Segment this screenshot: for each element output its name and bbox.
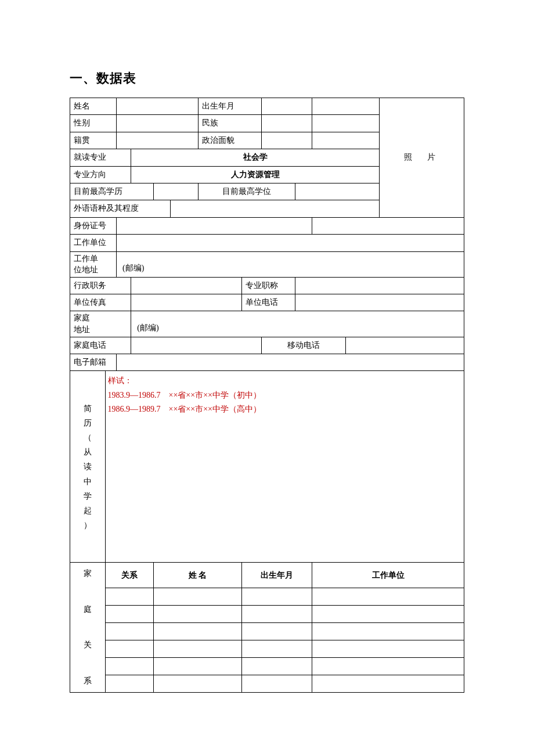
value-highest-edu (154, 183, 199, 200)
family-r6-relation (105, 675, 154, 693)
label-highest-edu: 目前最高学历 (70, 183, 154, 200)
label-work-addr-l1: 工作单 (74, 254, 98, 263)
value-home-addr: (邮编) (131, 311, 464, 337)
family-r4-birth (241, 640, 312, 658)
family-r1-name (154, 588, 242, 606)
resume-line1-desc: ××省××市××中学（初中） (169, 391, 261, 399)
family-r4-relation (105, 640, 154, 658)
label-unit-fax: 单位传真 (70, 294, 131, 311)
label-prof-title: 专业职称 (241, 277, 295, 294)
value-prof-title (295, 277, 464, 294)
value-political (262, 132, 312, 149)
family-r3-name (154, 623, 242, 640)
value-unit-phone (295, 294, 464, 311)
photo-placeholder: 照 片 (379, 98, 464, 218)
value-highest-degree (295, 183, 380, 200)
value-home-phone (131, 337, 262, 354)
label-major: 就读专业 (70, 149, 131, 166)
family-header-workplace: 工作单位 (312, 563, 464, 588)
label-political: 政治面貌 (199, 132, 262, 149)
label-mobile: 移动电话 (262, 337, 346, 354)
label-ethnicity: 民族 (199, 115, 262, 132)
data-form-table: 姓名 出生年月 照 片 性别 民族 籍贯 政治面貌 就读专业 社会学 专业方向 … (70, 98, 464, 693)
family-r5-birth (241, 658, 312, 675)
family-r3-birth (241, 623, 312, 640)
family-r6-birth (241, 675, 312, 693)
label-native-place: 籍贯 (70, 132, 117, 149)
label-gender: 性别 (70, 115, 117, 132)
resume-content: 样试： 1983.9—1986.7 ××省××市××中学（初中） 1986.9—… (105, 371, 464, 563)
value-ethnicity (262, 115, 312, 132)
family-r4-name (154, 640, 242, 658)
label-resume: 简历（从读中学起） (70, 371, 106, 563)
label-work-unit: 工作单位 (70, 235, 117, 251)
postcode-text-2: (邮编) (137, 323, 158, 332)
label-email: 电子邮箱 (70, 354, 117, 371)
family-r5-workplace (312, 658, 464, 675)
value-native-place (117, 132, 199, 149)
blank-3 (312, 132, 380, 149)
value-name (117, 98, 199, 115)
resume-sample-header: 样试： (108, 375, 461, 387)
label-admin-post: 行政职务 (70, 277, 131, 294)
label-home-addr-l2: 地址 (74, 325, 90, 334)
resume-line2-date: 1986.9—1989.7 (108, 405, 161, 413)
page-title: 一、数据表 (70, 70, 464, 87)
family-r6-workplace (312, 675, 464, 693)
label-foreign-lang: 外语语种及其程度 (70, 200, 171, 217)
label-family: 家庭关系 (70, 563, 106, 693)
value-email (117, 354, 464, 371)
family-r3-relation (105, 623, 154, 640)
family-r6-name (154, 675, 242, 693)
label-unit-phone: 单位电话 (241, 294, 295, 311)
family-header-birth: 出生年月 (241, 563, 312, 588)
family-r2-relation (105, 606, 154, 623)
label-id-number: 身份证号 (70, 217, 117, 234)
blank-2 (312, 115, 380, 132)
family-header-name: 姓 名 (154, 563, 242, 588)
label-work-addr: 工作单 位地址 (70, 251, 117, 277)
value-direction: 人力资源管理 (131, 166, 380, 183)
value-major: 社会学 (131, 149, 380, 166)
label-home-addr: 家庭 地址 (70, 311, 131, 337)
blank-1 (312, 98, 380, 115)
value-work-addr: (邮编) (117, 251, 464, 277)
value-unit-fax (131, 294, 242, 311)
family-r1-birth (241, 588, 312, 606)
family-r2-name (154, 606, 242, 623)
value-birth (262, 98, 312, 115)
family-r5-relation (105, 658, 154, 675)
resume-line2-desc: ××省××市××中学（高中） (169, 405, 261, 413)
resume-line-2: 1986.9—1989.7 ××省××市××中学（高中） (108, 403, 461, 416)
label-direction: 专业方向 (70, 166, 131, 183)
value-mobile (346, 337, 464, 354)
resume-line-1: 1983.9—1986.7 ××省××市××中学（初中） (108, 389, 461, 402)
label-highest-degree: 目前最高学位 (199, 183, 295, 200)
label-birth: 出生年月 (199, 98, 262, 115)
value-id-number (117, 217, 312, 234)
value-foreign-lang (171, 200, 380, 217)
blank-id (312, 217, 464, 234)
label-home-phone: 家庭电话 (70, 337, 131, 354)
family-r3-workplace (312, 623, 464, 640)
label-home-addr-l1: 家庭 (74, 314, 90, 322)
family-r5-name (154, 658, 242, 675)
value-work-unit (117, 235, 464, 251)
label-work-addr-l2: 位地址 (74, 265, 98, 274)
label-name: 姓名 (70, 98, 117, 115)
value-admin-post (131, 277, 242, 294)
postcode-text-1: (邮编) (122, 264, 144, 272)
resume-line1-date: 1983.9—1986.7 (108, 391, 161, 399)
family-r1-relation (105, 588, 154, 606)
family-r2-birth (241, 606, 312, 623)
value-gender (117, 115, 199, 132)
family-header-relation: 关系 (105, 563, 154, 588)
family-r4-workplace (312, 640, 464, 658)
family-r2-workplace (312, 606, 464, 623)
family-r1-workplace (312, 588, 464, 606)
